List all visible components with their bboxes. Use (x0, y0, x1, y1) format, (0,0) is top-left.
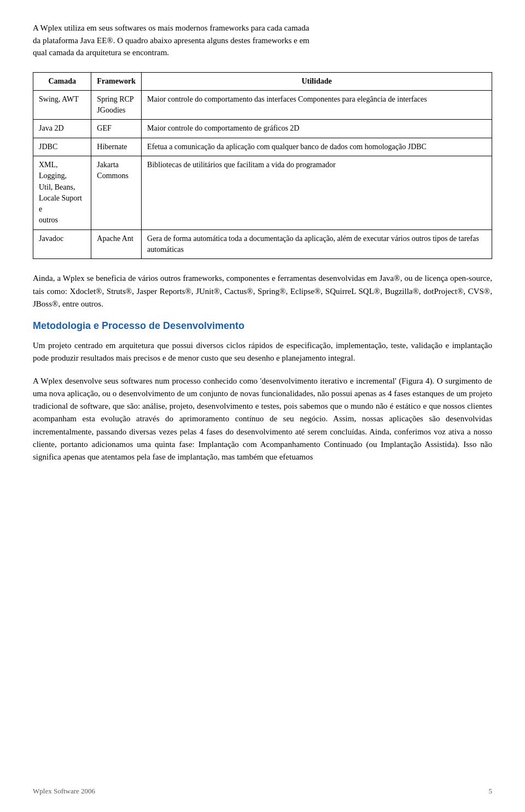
cell-camada: Javadoc (33, 230, 91, 259)
cell-framework: Jakarta Commons (91, 156, 142, 230)
intro-line3: qual camada da arquitetura se encontram. (33, 48, 169, 57)
table-row: JDBCHibernateEfetua a comunicação da apl… (33, 138, 492, 156)
cell-camada: Java 2D (33, 120, 91, 138)
table-row: JavadocApache AntGera de forma automátic… (33, 230, 492, 259)
cell-camada: XML, Logging, Util, Beans, Locale Suport… (33, 156, 91, 230)
cell-camada: Swing, AWT (33, 90, 91, 120)
cell-framework: Spring RCP JGoodies (91, 90, 142, 120)
table-row: Java 2DGEFMaior controle do comportament… (33, 120, 492, 138)
cell-utilidade: Bibliotecas de utilitários que facilitam… (142, 156, 492, 230)
intro-line2: da plataforma Java EE®. O quadro abaixo … (33, 36, 310, 45)
col-header-utilidade: Utilidade (142, 72, 492, 90)
col-header-framework: Framework (91, 72, 142, 90)
intro-line1: A Wplex utiliza em seus softwares os mai… (33, 23, 309, 32)
cell-framework: GEF (91, 120, 142, 138)
col-header-camada: Camada (33, 72, 91, 90)
table-row: Swing, AWTSpring RCP JGoodiesMaior contr… (33, 90, 492, 120)
cell-utilidade: Efetua a comunicação da aplicação com qu… (142, 138, 492, 156)
intro-paragraph: A Wplex utiliza em seus softwares os mai… (33, 22, 492, 59)
cell-utilidade: Maior controle do comportamento das inte… (142, 90, 492, 120)
table-row: XML, Logging, Util, Beans, Locale Suport… (33, 156, 492, 230)
cell-framework: Apache Ant (91, 230, 142, 259)
cell-camada: JDBC (33, 138, 91, 156)
frameworks-paragraph: Ainda, a Wplex se beneficia de vários ou… (33, 272, 492, 310)
methodology-paragraph1: Um projeto centrado em arquitetura que p… (33, 339, 492, 365)
methodology-heading: Metodologia e Processo de Desenvolviment… (33, 320, 492, 332)
frameworks-table: Camada Framework Utilidade Swing, AWTSpr… (33, 72, 492, 260)
cell-utilidade: Gera de forma automática toda a document… (142, 230, 492, 259)
page-number: 5 (489, 787, 493, 796)
footer-company: Wplex Software 2006 (33, 787, 95, 796)
footer: Wplex Software 2006 5 (33, 787, 492, 796)
methodology-paragraph2: A Wplex desenvolve seus softwares num pr… (33, 375, 492, 464)
cell-utilidade: Maior controle do comportamento de gráfi… (142, 120, 492, 138)
cell-framework: Hibernate (91, 138, 142, 156)
